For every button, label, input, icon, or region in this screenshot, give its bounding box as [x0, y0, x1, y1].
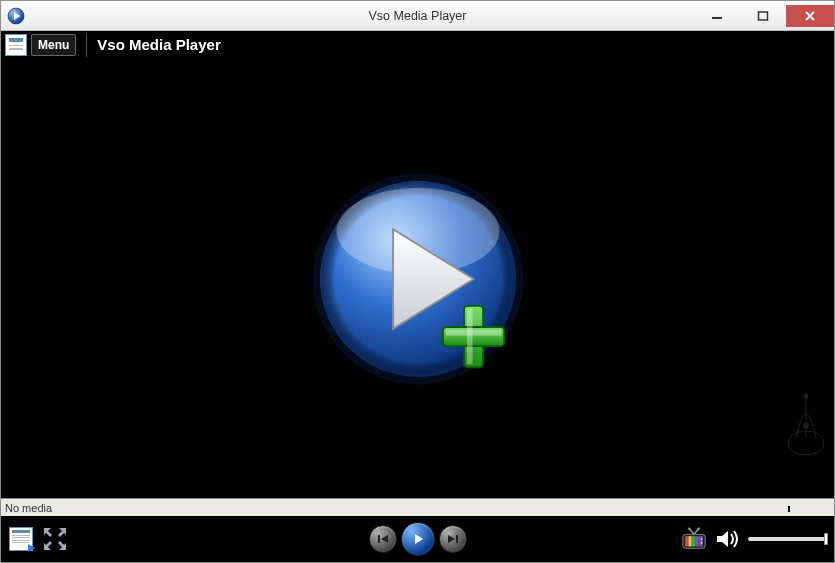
tv-button[interactable] [680, 525, 708, 553]
play-icon [410, 531, 426, 547]
volume-button[interactable] [714, 525, 742, 553]
play-button[interactable] [401, 522, 435, 556]
svg-marker-38 [717, 531, 728, 547]
video-area: N [1, 59, 834, 498]
close-button[interactable] [786, 5, 834, 27]
playlist-document-icon[interactable] [5, 34, 27, 56]
svg-point-37 [701, 542, 703, 544]
playlist-button[interactable] [7, 525, 35, 553]
svg-rect-31 [685, 536, 688, 546]
status-text: No media [5, 502, 52, 514]
svg-rect-11 [466, 308, 472, 364]
previous-icon [376, 532, 390, 546]
svg-rect-21 [378, 535, 380, 543]
svg-marker-24 [448, 535, 455, 543]
watermark-icon: N [784, 388, 828, 462]
svg-marker-20 [58, 541, 66, 550]
menu-button[interactable]: Menu [31, 34, 76, 56]
svg-text:N: N [803, 422, 808, 429]
maximize-button[interactable] [740, 5, 786, 27]
previous-button[interactable] [369, 525, 397, 553]
app-window: Vso Media Player Menu Vso Media Player [0, 0, 835, 563]
svg-rect-34 [695, 536, 698, 546]
svg-marker-17 [44, 528, 52, 537]
svg-marker-18 [58, 528, 66, 537]
svg-marker-23 [415, 534, 423, 544]
playlist-icon [9, 527, 33, 551]
status-bar: No media [1, 498, 834, 516]
svg-point-36 [701, 538, 703, 540]
volume-icon [715, 528, 741, 550]
svg-point-28 [688, 528, 690, 530]
titlebar: Vso Media Player [1, 1, 834, 31]
fullscreen-button[interactable] [41, 525, 69, 553]
svg-marker-22 [381, 535, 388, 543]
svg-rect-33 [692, 536, 695, 546]
fullscreen-icon [42, 526, 68, 552]
app-title-label: Vso Media Player [86, 33, 220, 57]
svg-marker-19 [44, 541, 52, 550]
svg-rect-12 [445, 329, 501, 335]
tv-icon [680, 526, 708, 552]
next-icon [446, 532, 460, 546]
volume-slider[interactable] [748, 537, 828, 541]
open-play-button[interactable] [303, 164, 533, 394]
volume-thumb[interactable] [824, 533, 828, 545]
svg-rect-3 [759, 12, 768, 20]
svg-point-29 [698, 528, 700, 530]
control-bar [1, 516, 834, 562]
minimize-button[interactable] [694, 5, 740, 27]
next-button[interactable] [439, 525, 467, 553]
menubar: Menu Vso Media Player [1, 31, 834, 59]
svg-point-15 [804, 394, 808, 398]
svg-rect-35 [698, 536, 703, 546]
svg-rect-32 [688, 536, 691, 546]
window-controls [694, 5, 834, 27]
app-icon [7, 7, 25, 25]
seek-bar[interactable] [56, 499, 830, 516]
svg-rect-25 [456, 535, 458, 543]
